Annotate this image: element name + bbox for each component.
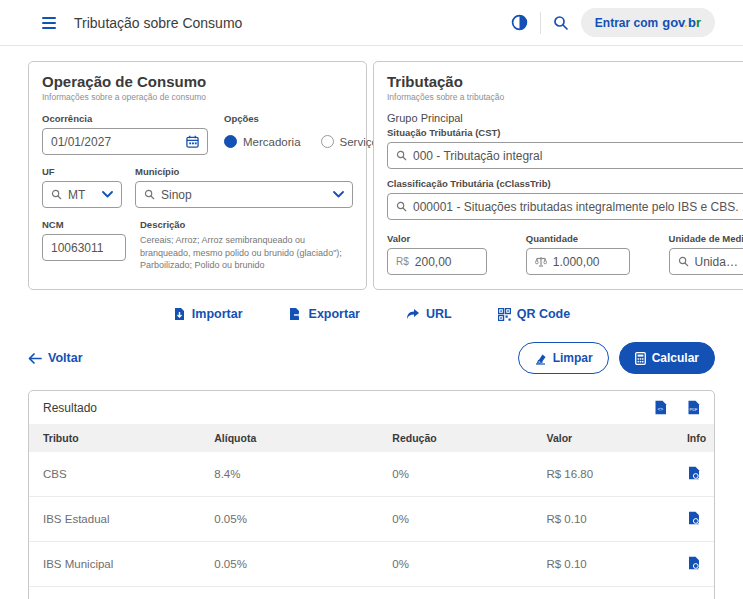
quantidade-input[interactable] bbox=[553, 255, 621, 269]
limpar-label: Limpar bbox=[553, 351, 593, 365]
cst-value: 000 - Tributação integral bbox=[413, 149, 739, 163]
header-divider bbox=[540, 12, 541, 34]
table-row: CBS 8.4% 0% R$ 16.80 bbox=[29, 452, 714, 497]
qrcode-label: QR Code bbox=[517, 307, 570, 321]
resultado-title: Resultado bbox=[43, 401, 97, 415]
radio-mercadoria[interactable]: Mercadoria bbox=[224, 135, 301, 148]
cell-tributo: Total bbox=[29, 587, 200, 599]
descricao-label: Descrição bbox=[140, 219, 353, 230]
descricao-text: Cereais; Arroz; Arroz semibranqueado ou … bbox=[140, 234, 353, 272]
cclasstrib-value: 000001 - Situações tributadas integralme… bbox=[413, 200, 739, 214]
importar-label: Importar bbox=[192, 307, 243, 321]
tributacao-subtitle: Informações sobre a tributação bbox=[387, 92, 743, 102]
magnifier-icon bbox=[396, 150, 407, 161]
cell-valor: R$ 0.10 bbox=[532, 497, 672, 542]
cell-aliquota: 8.4% bbox=[200, 452, 378, 497]
municipio-select[interactable]: Sinop bbox=[135, 181, 353, 208]
search-icon[interactable] bbox=[553, 15, 569, 31]
municipio-label: Município bbox=[135, 166, 353, 177]
uf-value: MT bbox=[68, 188, 96, 202]
radio-unselected-icon bbox=[321, 135, 334, 148]
table-row: IBS Estadual 0.05% 0% R$ 0.10 bbox=[29, 497, 714, 542]
svg-text:PDF: PDF bbox=[690, 407, 699, 412]
cell-tributo: IBS Municipal bbox=[29, 542, 200, 587]
col-info: Info bbox=[673, 424, 714, 452]
menu-icon[interactable] bbox=[42, 17, 56, 29]
table-header-row: Tributo Alíquota Redução Valor Info bbox=[29, 424, 714, 452]
ncm-field[interactable] bbox=[42, 234, 126, 261]
page-title: Tributação sobre Consumo bbox=[74, 15, 242, 31]
unidade-label: Unidade de Medida bbox=[669, 233, 743, 244]
svg-text:<>: <> bbox=[657, 406, 663, 412]
scale-icon bbox=[535, 256, 547, 267]
grupo-principal-label: Grupo Principal bbox=[387, 112, 743, 124]
resultado-table: Tributo Alíquota Redução Valor Info CBS … bbox=[29, 424, 714, 599]
col-reducao: Redução bbox=[378, 424, 532, 452]
ocorrencia-label: Ocorrência bbox=[42, 113, 208, 124]
col-tributo: Tributo bbox=[29, 424, 200, 452]
cell-aliquota: - bbox=[200, 587, 378, 599]
file-search-icon[interactable] bbox=[688, 511, 700, 525]
export-icon bbox=[289, 307, 303, 321]
quantidade-field[interactable] bbox=[526, 248, 630, 275]
valor-label: Valor bbox=[387, 233, 487, 244]
opcoes-radio-group: Mercadoria Serviço bbox=[224, 128, 378, 155]
eraser-icon bbox=[534, 352, 547, 365]
radio-mercadoria-label: Mercadoria bbox=[243, 136, 301, 148]
file-search-icon[interactable] bbox=[688, 556, 700, 570]
file-pdf-icon[interactable]: PDF bbox=[687, 400, 700, 415]
voltar-label: Voltar bbox=[48, 351, 83, 365]
operacao-title: Operação de Consumo bbox=[42, 73, 353, 90]
magnifier-icon bbox=[51, 189, 62, 200]
cell-valor: R$ 0.10 bbox=[532, 542, 672, 587]
voltar-link[interactable]: Voltar bbox=[28, 351, 83, 365]
exportar-button[interactable]: Exportar bbox=[289, 307, 360, 321]
magnifier-icon bbox=[396, 201, 407, 212]
url-share-icon bbox=[406, 308, 420, 320]
import-icon bbox=[173, 307, 186, 321]
cst-label: Situação Tributária (CST) bbox=[387, 127, 743, 138]
municipio-value: Sinop bbox=[161, 188, 327, 202]
quantidade-label: Quantidade bbox=[526, 233, 630, 244]
unidade-select[interactable]: Unidade bbox=[669, 248, 743, 275]
uf-label: UF bbox=[42, 166, 122, 177]
limpar-button[interactable]: Limpar bbox=[518, 342, 609, 374]
col-valor: Valor bbox=[532, 424, 672, 452]
radio-selected-icon bbox=[224, 135, 237, 148]
ocorrencia-field[interactable] bbox=[42, 128, 208, 155]
cst-select[interactable]: 000 - Tributação integral bbox=[387, 142, 743, 169]
qrcode-icon bbox=[498, 308, 511, 321]
table-total-row: Total - - R$ 17,00 - bbox=[29, 587, 714, 599]
valor-input[interactable] bbox=[415, 255, 478, 269]
operacao-card: Operação de Consumo Informações sobre a … bbox=[28, 61, 367, 290]
contrast-icon[interactable] bbox=[511, 14, 528, 31]
valor-field[interactable]: R$ bbox=[387, 248, 487, 275]
magnifier-icon bbox=[678, 256, 689, 267]
currency-prefix: R$ bbox=[396, 256, 409, 267]
file-code-icon[interactable]: <> bbox=[654, 400, 667, 415]
calendar-icon[interactable] bbox=[186, 135, 199, 148]
ncm-input[interactable] bbox=[51, 241, 117, 255]
uf-select[interactable]: MT bbox=[42, 181, 122, 208]
cell-reducao: 0% bbox=[378, 542, 532, 587]
calcular-button[interactable]: Calcular bbox=[619, 342, 715, 374]
col-aliquota: Alíquota bbox=[200, 424, 378, 452]
url-label: URL bbox=[426, 307, 452, 321]
tributacao-card: Tributação Informações sobre a tributaçã… bbox=[373, 61, 743, 290]
login-govbr-button[interactable]: Entrar com gov.br bbox=[581, 8, 715, 37]
qrcode-button[interactable]: QR Code bbox=[498, 307, 570, 321]
importar-button[interactable]: Importar bbox=[173, 307, 243, 321]
file-search-icon[interactable] bbox=[688, 466, 700, 480]
app-header: Tributação sobre Consumo Entrar com gov.… bbox=[0, 0, 743, 46]
cell-tributo: CBS bbox=[29, 452, 200, 497]
cell-info: - bbox=[673, 587, 714, 599]
cclasstrib-select[interactable]: 000001 - Situações tributadas integralme… bbox=[387, 193, 743, 220]
url-button[interactable]: URL bbox=[406, 307, 452, 321]
login-label: Entrar com bbox=[595, 16, 658, 30]
ocorrencia-input[interactable] bbox=[51, 135, 180, 149]
arrow-left-icon bbox=[28, 353, 42, 364]
radio-servico[interactable]: Serviço bbox=[321, 135, 378, 148]
calculator-icon bbox=[635, 352, 646, 365]
govbr-logo: gov.br bbox=[662, 15, 701, 30]
cell-aliquota: 0.05% bbox=[200, 497, 378, 542]
